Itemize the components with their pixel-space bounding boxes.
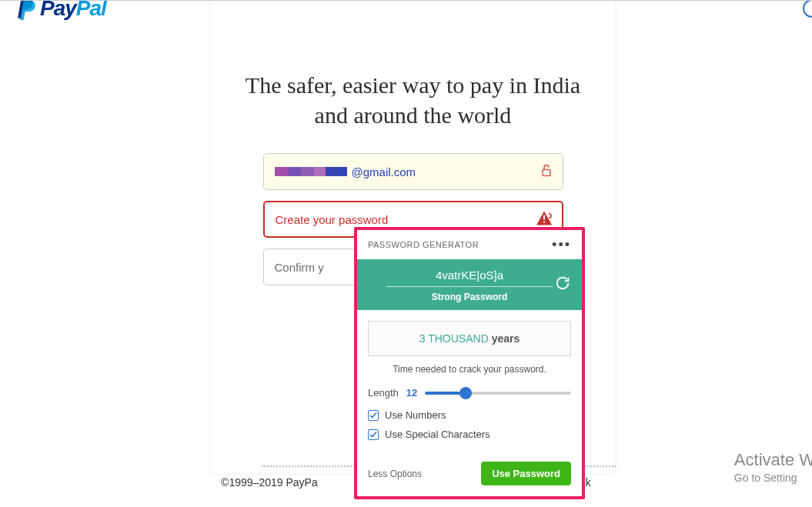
crack-time-note: Time needed to crack your password. <box>368 364 571 375</box>
length-label: Length <box>368 387 399 399</box>
logo-text-pal: Pal <box>76 0 106 20</box>
crack-time-unit: years <box>492 332 520 345</box>
popup-title: PASSWORD GENERATOR <box>368 240 479 249</box>
logo-text-pay: Pay <box>40 0 76 20</box>
use-special-label: Use Special Characters <box>385 429 490 440</box>
paypal-logo: PayPal <box>17 0 106 21</box>
svg-rect-2 <box>543 222 545 223</box>
copyright-text: ©1999–2019 PayPa <box>221 476 318 489</box>
use-numbers-checkbox[interactable] <box>368 410 379 421</box>
svg-rect-1 <box>543 215 545 220</box>
password-placeholder: Create your password <box>276 213 389 226</box>
email-field[interactable]: @gmail.com <box>263 153 563 190</box>
activate-title: Activate W <box>734 450 812 470</box>
generated-password-band: 4vatrKE|oS]a Strong Password <box>357 259 582 310</box>
paypal-mark-icon <box>17 0 38 20</box>
warning-triangle-icon <box>536 211 553 228</box>
length-slider[interactable] <box>425 392 571 395</box>
generated-password[interactable]: 4vatrKE|oS]a <box>368 269 571 282</box>
slider-knob[interactable] <box>459 387 472 399</box>
popup-menu-icon[interactable]: ••• <box>552 238 571 252</box>
password-strength-label: Strong Password <box>368 292 571 302</box>
use-special-checkbox[interactable] <box>368 429 379 440</box>
page-headline: The safer, easier way to pay in India an… <box>211 70 615 130</box>
email-domain: @gmail.com <box>352 165 416 178</box>
password-generator-popup: PASSWORD GENERATOR ••• 4vatrKE|oS]a Stro… <box>354 227 585 499</box>
use-numbers-label: Use Numbers <box>385 409 446 421</box>
profile-avatar-icon[interactable] <box>803 0 812 18</box>
svg-rect-0 <box>543 170 550 176</box>
email-redacted-part <box>275 167 347 176</box>
crack-time-box: 3 THOUSAND years <box>368 321 571 356</box>
confirm-placeholder: Confirm y <box>275 261 324 274</box>
activate-sub: Go to Setting <box>734 472 812 484</box>
length-value: 12 <box>406 387 417 399</box>
activate-windows-watermark: Activate W Go to Setting <box>734 450 812 484</box>
less-options-toggle[interactable]: Less Options <box>368 469 422 479</box>
refresh-icon[interactable] <box>554 275 571 295</box>
lock-icon <box>541 165 552 179</box>
crack-time-value: 3 THOUSAND <box>419 332 492 345</box>
use-password-button[interactable]: Use Password <box>481 462 571 485</box>
